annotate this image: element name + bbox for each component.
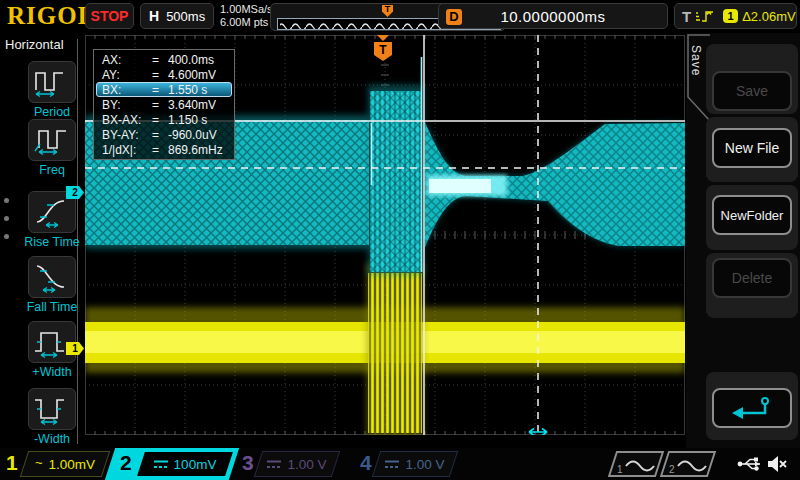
return-arrow-icon bbox=[730, 395, 774, 421]
page-dot-2 bbox=[4, 216, 9, 221]
measure-item-period[interactable]: Period bbox=[12, 61, 92, 119]
speaker-muted-icon[interactable] bbox=[766, 453, 788, 475]
page-dot-3 bbox=[4, 234, 9, 239]
cursor-row[interactable]: BY-AY: = -960.0uV bbox=[96, 127, 232, 142]
acquisition-info: 1.00MSa/s 6.00M pts bbox=[220, 3, 273, 29]
ch1-tab[interactable]: ~ 1.00mV bbox=[20, 451, 110, 477]
ch3-scale: 1.00 V bbox=[287, 457, 326, 472]
ch1-scale: 1.00mV bbox=[49, 457, 96, 472]
ch3-number[interactable]: 3 bbox=[242, 451, 254, 475]
svg-text:T: T bbox=[379, 43, 387, 57]
run-state-button[interactable]: STOP bbox=[85, 3, 134, 29]
ch1-trace bbox=[85, 263, 685, 435]
freq-icon bbox=[28, 119, 76, 161]
preview-trigger-marker[interactable]: T bbox=[382, 5, 393, 17]
measure-sidebar: Horizontal Period Freq Rise Time bbox=[0, 33, 84, 448]
ch4-number[interactable]: 4 bbox=[360, 451, 372, 475]
memory-depth: 6.00M pts bbox=[220, 16, 273, 29]
cursor-row[interactable]: AX: = 400.0ms bbox=[96, 52, 232, 67]
dc-coupling-icon bbox=[385, 460, 399, 469]
menu-button-back[interactable] bbox=[712, 388, 792, 428]
menu-button-save[interactable]: Save bbox=[712, 71, 792, 111]
sample-rate: 1.00MSa/s bbox=[220, 3, 273, 16]
source2-indicator[interactable]: 2 bbox=[660, 451, 716, 477]
neg-width-icon bbox=[28, 388, 76, 430]
dc-coupling-icon bbox=[154, 460, 168, 469]
period-icon bbox=[28, 61, 76, 103]
ch1-number[interactable]: 1 bbox=[6, 451, 18, 475]
horizontal-timebase-button[interactable]: H 500ms bbox=[140, 3, 214, 29]
trigger-settings-readout[interactable]: T 1 Δ2.06mV bbox=[674, 3, 797, 29]
trigger-position-readout[interactable]: D 10.0000000ms bbox=[438, 3, 668, 29]
page-dot-1 bbox=[4, 198, 9, 203]
fall-time-icon bbox=[28, 256, 76, 298]
dc-coupling-icon bbox=[267, 460, 281, 469]
cursor-row[interactable]: AY: = 4.600mV bbox=[96, 67, 232, 82]
rigol-logo: RIGOL bbox=[7, 2, 95, 30]
run-state-label: STOP bbox=[91, 8, 129, 24]
menu-button-new-folder[interactable]: NewFolder bbox=[712, 195, 792, 235]
ch2-scale-box: 100mV bbox=[137, 452, 233, 476]
horizontal-label: H bbox=[149, 8, 159, 24]
oscilloscope-screen: RIGOL STOP H 500ms 1.00MSa/s 6.00M pts T… bbox=[0, 0, 800, 480]
ac-coupling-icon: ~ bbox=[35, 455, 43, 470]
ch4-tab[interactable]: 1.00 V bbox=[372, 451, 458, 477]
measure-sidebar-title: Horizontal bbox=[5, 37, 64, 52]
menu-button-delete[interactable]: Delete bbox=[712, 258, 792, 298]
ch3-tab[interactable]: 1.00 V bbox=[254, 451, 340, 477]
trigger-position-marker[interactable]: T bbox=[374, 35, 392, 61]
measure-item-neg-width[interactable]: -Width bbox=[12, 388, 92, 446]
cursor-measurement-panel: AX: = 400.0ms AY: = 4.600mV BX: = 1.550 … bbox=[93, 49, 235, 160]
delay-badge: D bbox=[446, 9, 462, 25]
cursor-row[interactable]: 1/|dX|: = 869.6mHz bbox=[96, 142, 232, 157]
measure-item-freq[interactable]: Freq bbox=[12, 119, 92, 177]
cursor-row[interactable]: BX-AX: = 1.150 s bbox=[96, 112, 232, 127]
measure-item-rise-time[interactable]: Rise Time bbox=[12, 191, 92, 249]
ch2-number[interactable]: 2 bbox=[120, 451, 132, 475]
source1-indicator[interactable]: 1 bbox=[608, 451, 664, 477]
trigger-source-badge: 1 bbox=[723, 9, 738, 23]
usb-icon bbox=[737, 455, 763, 473]
measure-item-fall-time[interactable]: Fall Time bbox=[12, 256, 92, 314]
trigger-level-value: Δ2.06mV bbox=[742, 9, 796, 24]
delay-value: 10.0000000ms bbox=[439, 8, 667, 25]
channel-status-bar: 1 ~ 1.00mV 2 100mV 3 bbox=[0, 448, 800, 480]
save-menu-panel: Save Save New File NewFolder Delete bbox=[686, 33, 800, 448]
edge-trigger-icon bbox=[695, 8, 719, 24]
timebase-value: 500ms bbox=[166, 9, 205, 24]
trigger-label: T bbox=[682, 8, 691, 25]
cursor-row[interactable]: BX: = 1.550 s bbox=[96, 82, 232, 97]
ch4-scale: 1.00 V bbox=[405, 457, 444, 472]
menu-button-new-file[interactable]: New File bbox=[712, 128, 792, 168]
menu-tab-save: Save bbox=[689, 45, 703, 76]
cursor-row[interactable]: BY: = 3.640mV bbox=[96, 97, 232, 112]
ch2-scale: 100mV bbox=[174, 457, 217, 472]
